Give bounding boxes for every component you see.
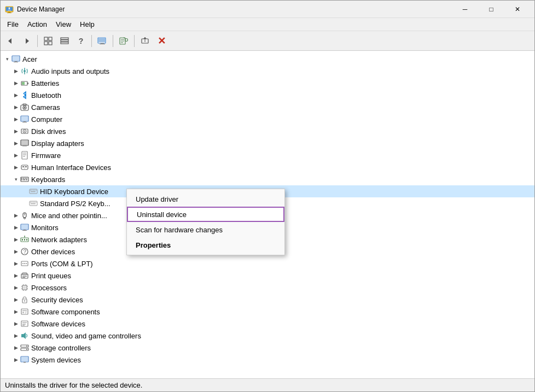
tree-item-software-devices[interactable]: ▶ Software devices <box>1 318 534 330</box>
icon-display-adapters <box>20 139 29 148</box>
svg-rect-77 <box>36 202 37 203</box>
expand-storage-controllers[interactable]: ▶ <box>11 343 20 352</box>
tree-item-keyboards[interactable]: ▾ Keyboards <box>1 173 534 185</box>
expand-keyboards[interactable]: ▾ <box>11 175 20 184</box>
properties-grid-button[interactable] <box>40 33 56 49</box>
label-display-adapters: Display adapters <box>31 139 84 148</box>
expand-computer[interactable]: ▶ <box>11 115 20 124</box>
close-button[interactable]: ✕ <box>505 1 530 18</box>
svg-rect-63 <box>23 179 25 180</box>
tree-item-processors[interactable]: ▶ Processors <box>1 282 534 294</box>
svg-rect-75 <box>33 202 34 203</box>
expand-cameras[interactable]: ▶ <box>11 103 20 112</box>
svg-rect-8 <box>49 37 52 40</box>
svg-point-98 <box>26 263 27 264</box>
svg-rect-49 <box>22 151 27 159</box>
tree-item-ports[interactable]: ▶ Ports (COM & LPT) <box>1 258 534 270</box>
icon-ps2-keyboard <box>29 199 38 208</box>
svg-rect-64 <box>26 179 27 180</box>
expand-display-adapters[interactable]: ▶ <box>11 139 20 148</box>
device-manager-button[interactable] <box>95 33 110 49</box>
icon-bluetooth <box>20 91 29 100</box>
expand-bluetooth[interactable]: ▶ <box>11 91 20 100</box>
label-network-adapters: Network adapters <box>31 236 87 244</box>
expand-batteries[interactable]: ▶ <box>11 79 20 87</box>
icon-batteries <box>20 79 29 87</box>
tree-item-acer[interactable]: ▾ Acer <box>1 53 534 65</box>
label-hid: Human Interface Devices <box>31 163 111 172</box>
expand-hid-keyboard[interactable] <box>20 187 29 196</box>
expand-acer[interactable]: ▾ <box>3 55 11 63</box>
context-menu-scan-changes[interactable]: Scan for hardware changes <box>127 222 284 237</box>
context-menu-update-driver[interactable]: Update driver <box>127 191 284 207</box>
label-storage-controllers: Storage controllers <box>31 344 91 352</box>
icon-mice <box>20 211 29 220</box>
context-menu-uninstall-device[interactable]: Uninstall device <box>127 207 284 222</box>
minimize-button[interactable]: ─ <box>452 1 478 18</box>
context-menu-properties-label: Properties <box>136 241 171 249</box>
label-ps2-keyboard: Standard PS/2 Keyb... <box>40 200 111 208</box>
expand-disk-drives[interactable]: ▶ <box>11 127 20 136</box>
back-button[interactable] <box>3 33 18 49</box>
label-disk-drives: Disk drives <box>31 127 66 136</box>
update-driver-button[interactable] <box>137 33 153 49</box>
icon-system-devices <box>20 355 29 364</box>
label-system-devices: System devices <box>31 356 81 364</box>
expand-audio[interactable]: ▶ <box>11 67 20 75</box>
expand-mice[interactable]: ▶ <box>11 211 20 220</box>
expand-network-adapters[interactable]: ▶ <box>11 235 20 244</box>
svg-rect-67 <box>32 190 33 191</box>
expand-ports[interactable]: ▶ <box>11 259 20 268</box>
tree-item-firmware[interactable]: ▶ Firmware <box>1 149 534 161</box>
menu-file[interactable]: File <box>3 19 23 31</box>
tree-item-system-devices[interactable]: ▶ System devices <box>1 354 534 366</box>
label-keyboards: Keyboards <box>31 175 65 184</box>
maximize-button[interactable]: □ <box>479 1 504 18</box>
expand-software-devices[interactable]: ▶ <box>11 319 20 328</box>
svg-rect-55 <box>25 166 27 167</box>
svg-rect-71 <box>31 191 36 192</box>
forward-button[interactable] <box>19 33 34 49</box>
tree-item-security-devices[interactable]: ▶ Security devices <box>1 294 534 306</box>
expand-other-devices[interactable]: ▶ <box>11 247 20 256</box>
tree-item-display-adapters[interactable]: ▶ Display adapters <box>1 137 534 149</box>
expand-monitors[interactable]: ▶ <box>11 223 20 232</box>
expand-processors[interactable]: ▶ <box>11 283 20 292</box>
menu-action[interactable]: Action <box>23 19 51 31</box>
tree-item-print-queues[interactable]: ▶ Print queues <box>1 270 534 282</box>
tree-item-batteries[interactable]: ▶ Batteries <box>1 77 534 89</box>
scan-hardware-button[interactable] <box>116 33 131 49</box>
menu-help[interactable]: Help <box>75 19 99 31</box>
expand-sound[interactable]: ▶ <box>11 331 20 340</box>
expand-ps2-keyboard[interactable] <box>20 199 29 208</box>
svg-rect-116 <box>21 309 28 314</box>
svg-point-37 <box>24 107 26 109</box>
context-menu-properties[interactable]: Properties <box>127 237 284 253</box>
expand-firmware[interactable]: ▶ <box>11 151 20 160</box>
svg-point-92 <box>24 236 25 237</box>
svg-rect-119 <box>25 312 27 312</box>
tree-item-software-components[interactable]: ▶ Software components <box>1 306 534 318</box>
tree-item-disk-drives[interactable]: ▶ Disk drives <box>1 125 534 137</box>
menu-view[interactable]: View <box>51 19 75 31</box>
tree-item-audio[interactable]: ▶ Audio inputs and outputs <box>1 65 534 77</box>
icon-processors <box>20 283 29 292</box>
tree-item-computer[interactable]: ▶ Computer <box>1 113 534 125</box>
tree-item-hid[interactable]: ▶ Human Interface Devices <box>1 161 534 173</box>
expand-hid[interactable]: ▶ <box>11 163 20 172</box>
expand-security-devices[interactable]: ▶ <box>11 295 20 304</box>
expand-software-components[interactable]: ▶ <box>11 307 20 316</box>
list-view-button[interactable] <box>57 33 72 49</box>
svg-rect-13 <box>61 42 68 44</box>
tree-item-storage-controllers[interactable]: ▶ Storage controllers <box>1 342 534 354</box>
toolbar-sep-3 <box>113 35 113 47</box>
expand-print-queues[interactable]: ▶ <box>11 271 20 280</box>
label-audio: Audio inputs and outputs <box>31 67 109 75</box>
svg-point-130 <box>26 349 27 350</box>
expand-system-devices[interactable]: ▶ <box>11 355 20 364</box>
help-button[interactable]: ? <box>73 33 89 49</box>
tree-item-cameras[interactable]: ▶ Cameras <box>1 101 534 113</box>
tree-item-sound[interactable]: ▶ Sound, video and game controllers <box>1 330 534 342</box>
tree-item-bluetooth[interactable]: ▶ Bluetooth <box>1 89 534 101</box>
uninstall-button[interactable]: ✕ <box>154 33 169 49</box>
